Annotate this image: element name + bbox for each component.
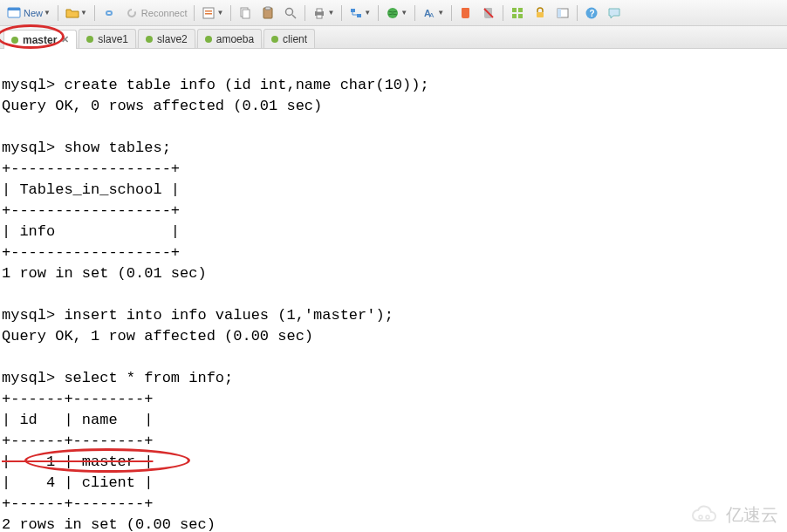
new-session-button[interactable]: New ▼ [3,3,54,24]
separator [414,5,415,21]
terminal-line: +------+--------+ [2,433,153,449]
cancel-script-button[interactable] [478,3,499,24]
globe-button[interactable]: ▼ [382,3,411,24]
svg-rect-21 [518,8,523,12]
open-button[interactable]: ▼ [62,3,91,24]
properties-button[interactable]: ▼ [198,3,227,24]
svg-rect-22 [512,14,517,18]
terminal-line: 1 row in set (0.01 sec) [2,265,207,282]
cloud-logo-icon [689,505,721,526]
terminal-line: 2 rows in set (0.00 sec) [2,516,216,532]
watermark: 亿速云 [689,503,778,527]
tab-master[interactable]: master ✕ [3,30,77,49]
search-icon [284,6,298,20]
terminal-line: | Tables_in_school | [2,181,180,198]
tab-label: client [283,33,307,45]
separator [451,5,452,21]
print-icon [312,6,326,20]
tab-client[interactable]: client [263,29,315,48]
network-icon [349,6,363,20]
copy-icon [238,6,252,20]
new-label: New [24,8,43,18]
reconnect-icon [125,6,139,20]
script-cancel-icon [482,6,496,20]
tab-slave1[interactable]: slave1 [79,29,136,48]
terminal-line: | info | [2,223,180,240]
svg-rect-24 [537,12,544,17]
toolbar: New ▼ ▼ Reconnect ▼ [0,0,787,26]
find-button[interactable] [280,3,301,24]
tile-button[interactable] [507,3,528,24]
separator [305,5,305,21]
svg-point-9 [286,8,293,15]
reconnect-button[interactable]: Reconnect [121,3,191,24]
svg-rect-4 [205,13,212,15]
terminal-line: | id | name | [2,412,153,428]
terminal-line: +------+--------+ [2,391,153,407]
terminal-line: Query OK, 1 row affected (0.00 sec) [2,328,313,344]
svg-rect-1 [8,8,20,10]
terminal-line: +------+--------+ [2,495,153,512]
help-icon: ? [585,6,599,20]
tab-label: amoeba [216,33,254,45]
help-button[interactable]: ? [581,3,602,24]
status-dot-icon [86,36,93,43]
network-button[interactable]: ▼ [346,3,374,24]
script-button[interactable] [455,3,476,24]
dropdown-arrow-icon: ▼ [400,9,407,17]
terminal-line: mysql> show tables; [2,140,171,156]
copy-button[interactable] [235,3,256,24]
terminal-line: mysql> create table info (id int,name ch… [2,77,429,93]
status-dot-icon [205,36,212,43]
terminal-line: +------------------+ [2,160,180,177]
terminal-output[interactable]: mysql> create table info (id int,name ch… [0,49,787,532]
separator [194,5,195,21]
status-dot-icon [146,36,153,43]
terminal-line: +------------------+ [2,202,180,219]
status-dot-icon [271,36,278,43]
svg-point-29 [699,515,702,519]
font-icon: AA [422,6,436,20]
svg-rect-6 [243,10,250,18]
tab-label: slave2 [157,33,188,45]
link-button[interactable] [99,3,120,24]
svg-text:A: A [429,11,435,19]
tab-bar: master ✕ slave1 slave2 amoeba client [0,26,787,49]
svg-point-30 [706,515,709,519]
chat-button[interactable] [604,3,625,24]
panel-icon [556,6,570,20]
separator [230,5,231,21]
link-icon [102,6,116,20]
watermark-text: 亿速云 [726,503,778,527]
tile-icon [510,6,524,20]
terminal-line: mysql> select * from info; [2,370,233,386]
tab-label: slave1 [98,33,128,45]
print-button[interactable]: ▼ [309,3,338,24]
svg-rect-15 [357,14,361,17]
dropdown-arrow-icon: ▼ [364,9,371,17]
font-button[interactable]: AA ▼ [419,3,448,24]
separator [503,5,503,21]
terminal-line: +------------------+ [2,244,180,261]
svg-rect-14 [351,9,355,12]
script-icon [459,6,473,20]
dropdown-arrow-icon: ▼ [437,9,444,17]
svg-rect-12 [317,9,322,12]
close-icon[interactable]: ✕ [61,34,69,45]
paste-button[interactable] [257,3,278,24]
properties-icon [202,6,216,20]
terminal-line: | 1 | master | [2,454,153,470]
terminal-line: mysql> insert into info values (1,'maste… [2,307,394,324]
svg-text:?: ? [590,9,595,18]
separator [378,5,379,21]
svg-rect-23 [518,14,523,18]
tab-slave2[interactable]: slave2 [138,29,195,48]
terminal-icon [7,6,21,20]
dropdown-arrow-icon: ▼ [216,9,223,17]
dropdown-arrow-icon: ▼ [80,9,87,17]
dropdown-arrow-icon: ▼ [327,9,334,17]
panel-button[interactable] [552,3,573,24]
lock-button[interactable] [530,3,551,24]
status-dot-icon [11,37,18,44]
tab-amoeba[interactable]: amoeba [197,29,262,48]
